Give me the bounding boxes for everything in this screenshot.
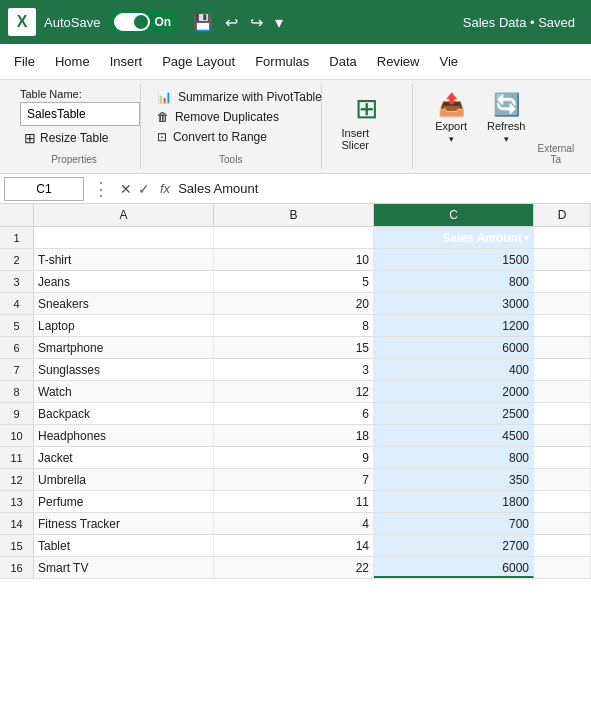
table-row[interactable]: 10Headphones184500 xyxy=(0,425,591,447)
cell-sales-amount[interactable]: 2700 xyxy=(374,535,534,556)
menu-review[interactable]: Review xyxy=(367,48,430,75)
cell-product-name[interactable]: Smart TV xyxy=(34,557,214,578)
cell-product-name[interactable]: Sneakers xyxy=(34,293,214,314)
cell-sales-amount[interactable]: 700 xyxy=(374,513,534,534)
cell-product-name[interactable]: T-shirt xyxy=(34,249,214,270)
cell-d[interactable] xyxy=(534,535,591,556)
cell-quantity-sold[interactable]: 10 xyxy=(214,249,374,270)
cell-sales-amount[interactable]: 800 xyxy=(374,271,534,292)
cell-quantity-sold[interactable]: Quantity Sold ▾ xyxy=(214,227,374,248)
col-header-b[interactable]: B xyxy=(214,204,374,226)
cell-d[interactable] xyxy=(534,425,591,446)
cell-sales-amount[interactable]: 1800 xyxy=(374,491,534,512)
table-row[interactable]: 11Jacket9800 xyxy=(0,447,591,469)
table-row[interactable]: 5Laptop81200 xyxy=(0,315,591,337)
cell-product-name[interactable]: Jacket xyxy=(34,447,214,468)
cell-reference-input[interactable] xyxy=(4,177,84,201)
undo-icon[interactable]: ↩ xyxy=(221,11,242,34)
convert-to-range-button[interactable]: ⊡ Convert to Range xyxy=(153,128,326,146)
cancel-formula-icon[interactable]: ✕ xyxy=(118,181,134,197)
cell-d[interactable] xyxy=(534,491,591,512)
cell-product-name[interactable]: Backpack xyxy=(34,403,214,424)
cell-sales-amount[interactable]: Sales Amount ▾ xyxy=(374,227,534,248)
cell-d[interactable] xyxy=(534,227,591,248)
table-row[interactable]: 7Sunglasses3400 xyxy=(0,359,591,381)
col-header-d[interactable]: D xyxy=(534,204,591,226)
insert-slicer-button[interactable]: ⊞ Insert Slicer xyxy=(334,88,401,155)
cell-sales-amount[interactable]: 800 xyxy=(374,447,534,468)
cell-quantity-sold[interactable]: 18 xyxy=(214,425,374,446)
cell-product-name[interactable]: Smartphone xyxy=(34,337,214,358)
table-row[interactable]: 8Watch122000 xyxy=(0,381,591,403)
cell-product-name[interactable]: Sunglasses xyxy=(34,359,214,380)
autosave-toggle[interactable]: On xyxy=(108,10,177,34)
remove-duplicates-button[interactable]: 🗑 Remove Duplicates xyxy=(153,108,326,126)
confirm-formula-icon[interactable]: ✓ xyxy=(136,181,152,197)
cell-sales-amount[interactable]: 6000 xyxy=(374,557,534,578)
cell-quantity-sold[interactable]: 14 xyxy=(214,535,374,556)
cell-d[interactable] xyxy=(534,469,591,490)
table-row[interactable]: 12Umbrella7350 xyxy=(0,469,591,491)
table-row[interactable]: 15Tablet142700 xyxy=(0,535,591,557)
cell-quantity-sold[interactable]: 20 xyxy=(214,293,374,314)
table-row[interactable]: 4Sneakers203000 xyxy=(0,293,591,315)
table-row[interactable]: 16Smart TV226000 xyxy=(0,557,591,579)
menu-page-layout[interactable]: Page Layout xyxy=(152,48,245,75)
cell-product-name[interactable]: Product Name ▾ xyxy=(34,227,214,248)
summarize-pivottable-button[interactable]: 📊 Summarize with PivotTable xyxy=(153,88,326,106)
table-name-input[interactable] xyxy=(20,102,140,126)
menu-insert[interactable]: Insert xyxy=(100,48,153,75)
cell-d[interactable] xyxy=(534,447,591,468)
table-row[interactable]: 14Fitness Tracker4700 xyxy=(0,513,591,535)
cell-sales-amount[interactable]: 1200 xyxy=(374,315,534,336)
cell-product-name[interactable]: Tablet xyxy=(34,535,214,556)
col-header-a[interactable]: A xyxy=(34,204,214,226)
cell-d[interactable] xyxy=(534,249,591,270)
cell-product-name[interactable]: Headphones xyxy=(34,425,214,446)
cell-quantity-sold[interactable]: 15 xyxy=(214,337,374,358)
cell-product-name[interactable]: Laptop xyxy=(34,315,214,336)
cell-d[interactable] xyxy=(534,337,591,358)
dropdown-icon[interactable]: ▾ xyxy=(271,11,287,34)
menu-view[interactable]: Vie xyxy=(429,48,468,75)
cell-quantity-sold[interactable]: 3 xyxy=(214,359,374,380)
table-row[interactable]: 1Product Name ▾Quantity Sold ▾Sales Amou… xyxy=(0,227,591,249)
cell-product-name[interactable]: Umbrella xyxy=(34,469,214,490)
cell-d[interactable] xyxy=(534,557,591,578)
cell-product-name[interactable]: Perfume xyxy=(34,491,214,512)
cell-d[interactable] xyxy=(534,513,591,534)
cell-product-name[interactable]: Watch xyxy=(34,381,214,402)
cell-quantity-sold[interactable]: 7 xyxy=(214,469,374,490)
cell-sales-amount[interactable]: 400 xyxy=(374,359,534,380)
refresh-button[interactable]: 🔄 Refresh ▾ xyxy=(477,88,536,148)
menu-file[interactable]: File xyxy=(4,48,45,75)
table-row[interactable]: 2T-shirt101500 xyxy=(0,249,591,271)
cell-quantity-sold[interactable]: 6 xyxy=(214,403,374,424)
cell-quantity-sold[interactable]: 11 xyxy=(214,491,374,512)
cell-d[interactable] xyxy=(534,293,591,314)
cell-sales-amount[interactable]: 2000 xyxy=(374,381,534,402)
cell-d[interactable] xyxy=(534,315,591,336)
cell-d[interactable] xyxy=(534,359,591,380)
cell-quantity-sold[interactable]: 8 xyxy=(214,315,374,336)
table-row[interactable]: 3Jeans5800 xyxy=(0,271,591,293)
resize-table-button[interactable]: ⊞ Resize Table xyxy=(20,128,140,148)
cell-sales-amount[interactable]: 2500 xyxy=(374,403,534,424)
save-icon[interactable]: 💾 xyxy=(189,11,217,34)
cell-quantity-sold[interactable]: 9 xyxy=(214,447,374,468)
cell-quantity-sold[interactable]: 5 xyxy=(214,271,374,292)
col-header-c[interactable]: C xyxy=(374,204,534,226)
cell-sales-amount[interactable]: 6000 xyxy=(374,337,534,358)
cell-product-name[interactable]: Fitness Tracker xyxy=(34,513,214,534)
cell-sales-amount[interactable]: 350 xyxy=(374,469,534,490)
cell-sales-amount[interactable]: 4500 xyxy=(374,425,534,446)
table-row[interactable]: 13Perfume111800 xyxy=(0,491,591,513)
cell-product-name[interactable]: Jeans xyxy=(34,271,214,292)
cell-sales-amount[interactable]: 3000 xyxy=(374,293,534,314)
cell-quantity-sold[interactable]: 12 xyxy=(214,381,374,402)
menu-data[interactable]: Data xyxy=(319,48,366,75)
cell-d[interactable] xyxy=(534,403,591,424)
cell-quantity-sold[interactable]: 22 xyxy=(214,557,374,578)
menu-home[interactable]: Home xyxy=(45,48,100,75)
cell-sales-amount[interactable]: 1500 xyxy=(374,249,534,270)
